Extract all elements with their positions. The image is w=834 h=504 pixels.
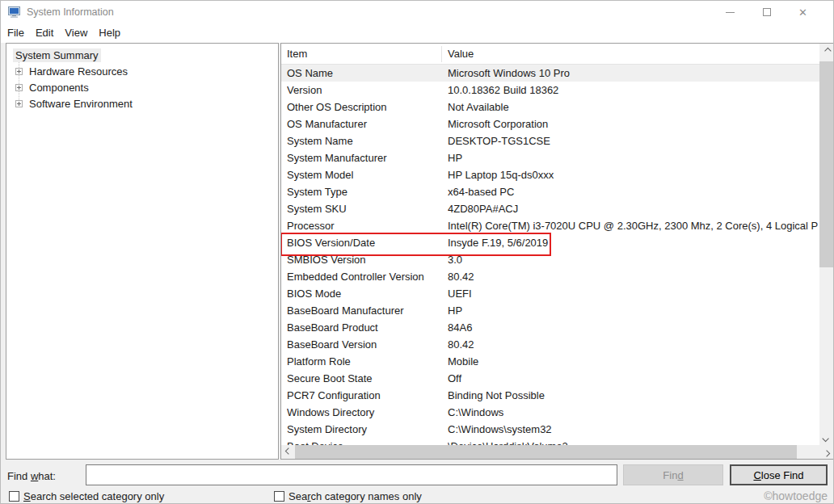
search-category-names-checkbox[interactable]: [274, 491, 284, 502]
value-cell: 10.0.18362 Build 18362: [448, 82, 818, 99]
maximize-button[interactable]: [748, 1, 785, 23]
title-bar: System Information ✕: [1, 1, 833, 23]
window-controls: ✕: [712, 1, 821, 23]
horizontal-scrollbar[interactable]: [281, 445, 833, 459]
close-icon: ✕: [798, 7, 807, 18]
scroll-down-button[interactable]: [819, 431, 833, 445]
table-row[interactable]: Windows Directory C:\Windows: [281, 404, 819, 421]
table-row[interactable]: System Directory C:\Windows\system32: [281, 421, 819, 438]
table-row[interactable]: SMBIOS Version 3.0: [281, 251, 819, 268]
expand-plus-icon[interactable]: [15, 84, 23, 91]
watermark: ©howtoedge: [764, 489, 828, 502]
value-cell: Microsoft Corporation: [448, 116, 818, 132]
minimize-button[interactable]: [712, 1, 748, 23]
item-cell: BIOS Version/Date: [287, 234, 427, 251]
column-header-item[interactable]: Item: [287, 48, 307, 60]
table-row[interactable]: Boot Device \Device\HarddiskVolume2: [281, 438, 819, 445]
scroll-left-button[interactable]: [281, 445, 295, 459]
item-cell: System Directory: [287, 421, 427, 438]
value-cell: 84A6: [448, 319, 818, 336]
find-input[interactable]: [86, 464, 617, 485]
vertical-scroll-thumb[interactable]: [819, 61, 833, 267]
tree-item[interactable]: Components: [6, 79, 278, 95]
value-cell: Binding Not Possible: [448, 387, 818, 404]
item-cell: Version: [287, 82, 427, 99]
scroll-right-button[interactable]: [819, 445, 833, 459]
tree-item-system-summary[interactable]: System Summary: [6, 47, 278, 63]
column-header-value[interactable]: Value: [448, 48, 474, 60]
maximize-icon: [763, 8, 771, 16]
find-button[interactable]: Find: [623, 464, 723, 485]
table-row[interactable]: BaseBoard Version 80.42: [281, 336, 819, 353]
item-cell: Other OS Description: [287, 99, 427, 116]
chevron-left-icon: [284, 447, 291, 454]
value-cell: 3.0: [448, 251, 818, 268]
system-information-window: System Information ✕ FileEditViewHelp Sy…: [0, 0, 834, 504]
menu-item[interactable]: Help: [93, 24, 126, 42]
item-cell: BaseBoard Version: [287, 336, 427, 353]
chevron-up-icon: [824, 47, 831, 53]
table-header: Item Value: [281, 44, 819, 65]
value-cell: 4ZD80PA#ACJ: [448, 200, 818, 217]
table-row[interactable]: PCR7 Configuration Binding Not Possible: [281, 387, 819, 404]
table-row[interactable]: Secure Boot State Off: [281, 370, 819, 387]
value-cell: \Device\HarddiskVolume2: [448, 438, 818, 445]
table-row[interactable]: Embedded Controller Version 80.42: [281, 268, 819, 285]
minimize-icon: [726, 12, 735, 13]
tree-item-label: Software Environment: [29, 98, 133, 110]
value-cell: 80.42: [448, 268, 818, 285]
table-row[interactable]: System Type x64-based PC: [281, 183, 819, 200]
menu-item[interactable]: File: [2, 24, 30, 42]
value-cell: Off: [448, 370, 818, 387]
search-selected-category-checkbox[interactable]: [9, 491, 19, 502]
search-category-names-option: Search category names only: [274, 490, 422, 502]
column-divider[interactable]: [441, 46, 442, 62]
item-cell: Processor: [287, 217, 427, 234]
close-find-button[interactable]: Close Find: [730, 464, 828, 485]
category-tree-panel: System Summary Hardware Resources Compon…: [6, 43, 279, 460]
item-cell: Secure Boot State: [287, 370, 427, 387]
table-row[interactable]: OS Name Microsoft Windows 10 Pro: [281, 65, 819, 82]
tree-item[interactable]: Software Environment: [6, 95, 278, 111]
menu-item[interactable]: Edit: [30, 24, 59, 42]
vertical-scrollbar[interactable]: [819, 44, 833, 445]
table-row[interactable]: OS Manufacturer Microsoft Corporation: [281, 116, 819, 132]
table-row[interactable]: Other OS Description Not Available: [281, 99, 819, 116]
window-title: System Information: [27, 6, 114, 18]
table-row[interactable]: System Manufacturer HP: [281, 149, 819, 166]
expand-plus-icon[interactable]: [15, 68, 23, 75]
table-row[interactable]: BaseBoard Product 84A6: [281, 319, 819, 336]
table-row[interactable]: Version 10.0.18362 Build 18362: [281, 82, 819, 99]
item-cell: System Type: [287, 183, 427, 200]
item-cell: BaseBoard Product: [287, 319, 427, 336]
tree-item-label: Hardware Resources: [29, 65, 128, 78]
item-cell: Embedded Controller Version: [287, 268, 427, 285]
scroll-up-button[interactable]: [819, 44, 833, 57]
table-row[interactable]: Platform Role Mobile: [281, 353, 819, 370]
table-row[interactable]: BIOS Mode UEFI: [281, 285, 819, 302]
item-cell: System Manufacturer: [287, 149, 427, 166]
item-cell: System Name: [287, 132, 427, 149]
value-cell: C:\Windows\system32: [448, 421, 818, 438]
close-button[interactable]: ✕: [785, 1, 821, 23]
table-row[interactable]: System Name DESKTOP-TGS1CSE: [281, 132, 819, 149]
expand-plus-icon[interactable]: [15, 100, 23, 107]
details-panel: Item Value OS Name Microsoft Windows 10 …: [280, 43, 834, 460]
item-cell: Platform Role: [287, 353, 427, 370]
search-category-names-label: Search category names only: [289, 490, 422, 502]
table-row[interactable]: BIOS Version/Date Insyde F.19, 5/6/2019: [281, 234, 819, 251]
table-body: OS Name Microsoft Windows 10 Pro Version…: [281, 65, 819, 445]
item-cell: OS Manufacturer: [287, 116, 427, 132]
item-cell: PCR7 Configuration: [287, 387, 427, 404]
horizontal-scroll-thumb[interactable]: [295, 445, 797, 459]
value-cell: x64-based PC: [448, 183, 818, 200]
menu-item[interactable]: View: [59, 24, 93, 42]
table-row[interactable]: Processor Intel(R) Core(TM) i3-7020U CPU…: [281, 217, 819, 234]
value-cell: Insyde F.19, 5/6/2019: [448, 234, 818, 251]
item-cell: System SKU: [287, 200, 427, 217]
table-row[interactable]: System SKU 4ZD80PA#ACJ: [281, 200, 819, 217]
tree-item[interactable]: Hardware Resources: [6, 63, 278, 79]
table-row[interactable]: BaseBoard Manufacturer HP: [281, 302, 819, 319]
table-row[interactable]: System Model HP Laptop 15q-ds0xxx: [281, 166, 819, 183]
item-cell: BIOS Mode: [287, 285, 427, 302]
